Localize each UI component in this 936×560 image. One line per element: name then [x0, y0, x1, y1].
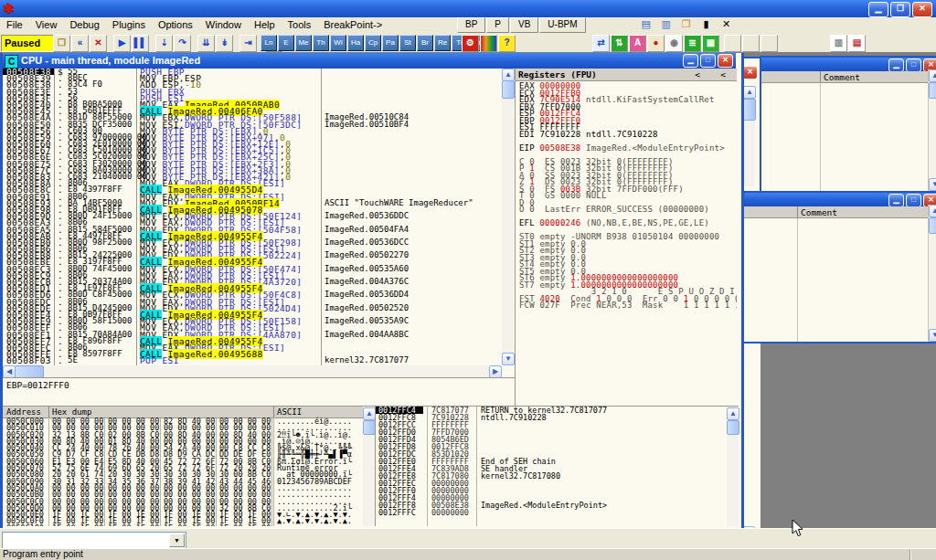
close-button[interactable]: ✕	[742, 66, 758, 79]
bp-toolbar-button[interactable]: VB	[510, 17, 538, 33]
menu-item[interactable]: BreakPoint->	[317, 17, 388, 34]
swap-icon[interactable]: ⇄	[592, 35, 610, 52]
scroll-up-button[interactable]: ▲	[363, 407, 376, 420]
minimize-button[interactable]: ▁	[868, 2, 888, 17]
dump-address-header[interactable]: Address	[6, 407, 41, 417]
minimize-button[interactable]: ▁	[888, 58, 904, 72]
dump-vertical-scrollbar[interactable]: ▲	[363, 406, 375, 526]
breakpoint-ball-icon[interactable]: ●	[647, 35, 665, 52]
pane-button-pa[interactable]: Pa	[382, 35, 399, 51]
register-line[interactable]: EFL 00000246 (NO,NB,E,BE,NS,PE,GE,LE)	[516, 220, 737, 227]
registers-prev-icon[interactable]: <	[695, 69, 700, 79]
pane-button-br[interactable]: Br	[417, 35, 433, 51]
comment-column-header[interactable]: Comment	[824, 72, 860, 82]
equalizer-icon[interactable]: ≣	[684, 35, 701, 52]
stack-row[interactable]: 0012FFC87C910228ntdll.7C910228	[376, 414, 728, 421]
pane-button-ha[interactable]: Ha	[347, 35, 364, 51]
pane-button-e[interactable]: E	[278, 35, 294, 51]
console-icon[interactable]: ▮	[698, 17, 715, 31]
disasm-row[interactable]: 00508F03.5EPOP ESIkernel32.7C817077	[3, 357, 502, 364]
folder-icon[interactable]: ❐	[678, 17, 695, 31]
comment-window-1[interactable]: ▁ □ ✕ Comment ▲ ▼	[760, 56, 936, 193]
pane-button-ln[interactable]: Ln	[261, 35, 277, 51]
pane-button-wi[interactable]: Wi	[330, 35, 346, 51]
pane-button-th[interactable]: Th	[313, 35, 329, 51]
disasm-row[interactable]: 00508E3E.53PUSH EBX	[3, 89, 502, 95]
scroll-down-button[interactable]: ▼	[929, 178, 936, 191]
trace-over-icon[interactable]: ↡	[216, 35, 233, 52]
options-gear-icon[interactable]: ⚙	[462, 35, 479, 52]
column-headers[interactable]: Comment	[744, 206, 936, 218]
stack-row[interactable]: 0012FFE0FFFFFFFFEnd of SEH chain	[376, 458, 728, 465]
cpu-window[interactable]: C CPU - main thread, module ImageRed ▁ □…	[0, 53, 744, 528]
scrollbar[interactable]: ▲ ▼	[928, 205, 936, 342]
command-combo[interactable]: ▼	[2, 532, 186, 549]
close-button[interactable]: ✕	[912, 2, 932, 17]
scroll-up-button[interactable]: ▲	[929, 69, 936, 82]
disasm-vertical-scrollbar[interactable]: ▲ ▼	[502, 69, 514, 365]
menu-item[interactable]: File	[0, 17, 29, 34]
empty-button[interactable]	[760, 35, 778, 52]
maximize-button[interactable]: □	[906, 58, 921, 72]
pane-button-cp[interactable]: Cp	[365, 35, 381, 51]
scrollbar-thumb[interactable]	[363, 420, 376, 435]
disassembly-pane[interactable]: 00508E38$55PUSH EBP00508E39.8BECMOV EBP,…	[3, 69, 502, 365]
scroll-up-button[interactable]: ▲	[502, 69, 515, 81]
updown-icon[interactable]: ⇅	[611, 35, 628, 52]
bp-toolbar-button[interactable]: P	[486, 17, 509, 33]
minimize-button[interactable]: ▁	[888, 194, 904, 207]
layout-columns-icon[interactable]: ▥	[830, 35, 847, 52]
scrollbar-thumb[interactable]	[502, 80, 515, 99]
scrollbar-thumb[interactable]	[929, 82, 936, 99]
menu-item[interactable]: View	[29, 17, 64, 34]
exec-till-return-icon[interactable]: ⇥	[239, 35, 257, 52]
open-file-icon[interactable]: ❐	[53, 35, 70, 52]
register-line[interactable]: O 0 LastErr ERROR_SUCCESS (00000000)	[516, 206, 737, 214]
pane-button-re[interactable]: Re	[434, 35, 451, 51]
scrollbar[interactable]: ▲ ▼	[928, 69, 936, 191]
column-headers[interactable]: Comment	[761, 71, 936, 83]
pane-button-st[interactable]: St	[399, 35, 416, 51]
pause-icon[interactable]: ▌▌	[132, 35, 149, 52]
dump-hex-header[interactable]: Hex dump	[52, 407, 91, 417]
register-line[interactable]: T 0 GS 0000 NULL	[516, 193, 737, 200]
maximize-button[interactable]: □	[700, 54, 716, 68]
stack-row[interactable]: 0012FFF800508E38ImageRed.<ModuleEntryPoi…	[376, 502, 728, 509]
close-button[interactable]: ✕	[718, 54, 733, 68]
window-titlebar[interactable]: ▁ □ ✕	[744, 193, 936, 206]
book-icon[interactable]: ▥	[658, 17, 675, 31]
disasm-horizontal-scrollbar[interactable]: ◀ ▶	[3, 365, 502, 377]
menu-item[interactable]: Window	[199, 17, 248, 34]
stack-vertical-scrollbar[interactable]: ▲	[727, 406, 739, 526]
empty-button[interactable]	[742, 35, 760, 52]
scroll-up-button[interactable]: ▲	[743, 86, 756, 99]
comment-window-2[interactable]: ▁ □ ✕ Comment ▲ ▼	[742, 191, 936, 343]
menu-item[interactable]: Tools	[282, 17, 318, 34]
spiral-icon[interactable]: ◉	[665, 35, 683, 52]
hex-dump-pane[interactable]: Address Hex dump ASCII 0050C00000 00 00 …	[3, 406, 363, 526]
register-line[interactable]: EDI 7C910228 ntdll.7C910228	[516, 132, 737, 139]
register-line[interactable]: FCW 027F Prec NEAR,53 Mask 1 1 1 1 1 1	[516, 302, 737, 310]
info-pane[interactable]: EBP=0012FFF0	[3, 377, 517, 408]
pane-button-me[interactable]: Me	[295, 35, 312, 51]
scrollbar-thumb[interactable]	[743, 99, 756, 121]
comment-column-header[interactable]: Comment	[801, 207, 837, 217]
stack-row[interactable]: 0012FFD07FFD7000	[376, 428, 728, 436]
menu-item[interactable]: Debug	[63, 17, 105, 34]
scroll-right-button[interactable]: ▶	[489, 365, 502, 378]
cpu-window-titlebar[interactable]: C CPU - main thread, module ImageRed ▁ □…	[3, 53, 736, 69]
step-into-icon[interactable]: ⇣	[155, 35, 173, 52]
menu-item[interactable]: Options	[152, 17, 199, 34]
stack-row[interactable]: 0012FFD80012FFC8	[376, 443, 728, 450]
minimize-button[interactable]: ▁	[683, 54, 698, 68]
register-line[interactable]: EIP 00508E38 ImageRed.<ModuleEntryPoint>	[516, 145, 737, 153]
scrollbar-thumb[interactable]	[727, 420, 739, 435]
chevron-down-icon[interactable]: ▼	[169, 534, 185, 547]
stack-row[interactable]: 0012FFF000000000	[376, 487, 728, 494]
menu-item[interactable]: Help	[248, 17, 282, 34]
stack-row[interactable]: 0012FFC47C817077RETURN to kernel32.7C817…	[376, 407, 728, 414]
step-over-icon[interactable]: ↷	[174, 35, 191, 52]
bp-toolbar-button[interactable]: U-BPM	[539, 17, 585, 33]
registers-pane[interactable]: Registers (FPU) < < EAX 00000000ECX 0012…	[515, 69, 737, 406]
dump-row[interactable]: 0050C1001F 00 1F 001F 00 1F 001E 00 1F 0…	[3, 525, 363, 526]
